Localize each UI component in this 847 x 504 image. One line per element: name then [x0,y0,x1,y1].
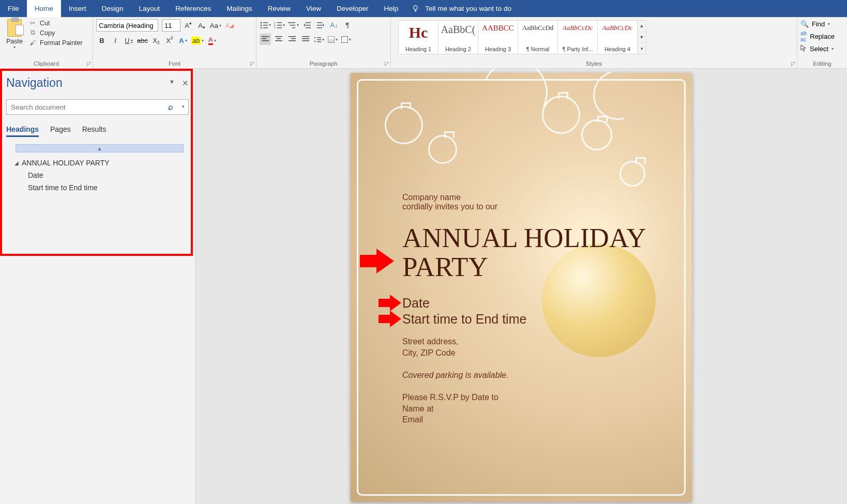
tab-file[interactable]: File [0,0,27,17]
tab-developer[interactable]: Developer [329,0,376,17]
svg-rect-17 [306,25,311,26]
search-input[interactable] [6,99,189,115]
nav-heading-child[interactable]: Start time to End time [6,181,189,194]
style-tile[interactable]: HcHeading 1 [398,20,438,54]
ornament-icon [542,96,580,134]
tab-layout[interactable]: Layout [131,0,168,17]
tab-references[interactable]: References [168,0,219,17]
paintbrush-icon: 🖌 [29,39,37,47]
tell-me[interactable]: Tell me what you want to do [411,0,511,17]
style-tile[interactable]: AaBbCcDcHeading 4 [597,20,638,54]
italic-button[interactable]: I [110,35,121,46]
doc-rsvp-line[interactable]: Name at [402,403,692,415]
navigation-dropdown-icon[interactable]: ▼ [169,79,175,88]
document-canvas[interactable]: Company name cordially invites you to ou… [195,69,847,504]
change-case-button[interactable]: Aa▾ [209,20,222,31]
nav-tab-pages[interactable]: Pages [50,125,71,137]
search-icon[interactable]: ⌕ [168,102,173,112]
bullets-button[interactable]: ▾ [260,19,271,30]
strikethrough-button[interactable]: abc [137,35,148,46]
style-tile[interactable]: AaBbCcDc¶ Party Inf... [557,20,598,54]
underline-button[interactable]: U▾ [123,35,134,46]
styles-down-button[interactable]: ▼ [638,32,646,43]
multilevel-list-button[interactable]: ▾ [288,19,299,30]
doc-invite-line[interactable]: cordially invites you to our [402,202,692,211]
tab-insert[interactable]: Insert [61,0,94,17]
doc-heading1[interactable]: ANNUAL HOLIDAY PARTY [402,224,692,281]
numbering-button[interactable]: 123▾ [274,19,285,30]
search-options-dropdown[interactable]: ▾ [182,104,185,109]
tab-mailings[interactable]: Mailings [219,0,260,17]
tab-design[interactable]: Design [94,0,131,17]
font-color-button[interactable]: A▾ [206,35,218,46]
sort-button[interactable]: A↓ [328,19,340,30]
tab-review[interactable]: Review [260,0,298,17]
styles-more-button[interactable]: ▾ [638,43,646,54]
select-button[interactable]: Select ▾ [800,44,835,53]
copy-button[interactable]: ⧉ Copy [29,29,83,37]
justify-button[interactable] [300,34,311,45]
find-button[interactable]: 🔍 Find ▾ [800,20,835,28]
align-right-button[interactable] [286,34,298,45]
style-tile[interactable]: AaBbC(Heading 2 [438,20,478,54]
tab-help[interactable]: Help [376,0,406,17]
replace-button[interactable]: abac Replace [800,30,835,42]
highlight-button[interactable]: ab▾ [191,35,204,46]
paste-button[interactable]: Paste ▾ [3,19,26,50]
style-name: Heading 4 [604,46,630,52]
svg-rect-10 [277,25,282,26]
clipboard-launcher[interactable]: ◸ [87,60,91,67]
nav-tab-results[interactable]: Results [82,125,107,137]
bold-button[interactable]: B [96,35,108,46]
shrink-font-button[interactable]: A▾ [196,20,207,31]
tab-view[interactable]: View [298,0,329,17]
doc-parking-line[interactable]: Covered parking is available. [402,370,692,381]
style-tile[interactable]: AaBbCcDd¶ Normal [518,20,558,54]
svg-rect-29 [291,38,296,39]
document-page[interactable]: Company name cordially invites you to ou… [351,73,692,502]
align-center-button[interactable] [273,34,284,45]
doc-rsvp-line[interactable]: Email [402,414,692,425]
doc-address-line[interactable]: City, ZIP Code [402,347,692,359]
annotation-arrow [379,295,404,311]
decrease-indent-button[interactable] [301,19,313,30]
align-left-button[interactable] [260,34,271,45]
show-marks-button[interactable]: ¶ [342,19,353,30]
nav-heading-child[interactable]: Date [6,169,189,181]
svg-rect-36 [317,41,321,42]
cut-button[interactable]: ✂ Cut [29,19,83,27]
nav-tab-headings[interactable]: Headings [6,125,39,137]
grow-font-button[interactable]: A▴ [183,20,194,31]
borders-button[interactable]: ▾ [340,34,352,45]
subscript-button[interactable]: X2 [150,35,162,46]
navigation-collapse-bar[interactable]: ▲ [16,144,184,152]
superscript-button[interactable]: X2 [164,35,175,46]
doc-heading2-time[interactable]: Start time to End time [402,312,692,327]
font-name-combo[interactable] [96,19,158,32]
font-size-combo[interactable] [162,19,180,32]
clear-formatting-button[interactable]: A◢ [224,20,235,31]
style-sample: AaBbCcDc [563,24,593,32]
shading-button[interactable]: ▾ [327,34,338,45]
doc-company-name[interactable]: Company name [402,193,692,202]
svg-rect-35 [317,39,321,40]
doc-heading2-date[interactable]: Date [402,296,692,311]
document-content[interactable]: Company name cordially invites you to ou… [402,193,692,425]
tab-home[interactable]: Home [27,0,61,17]
nav-heading-root[interactable]: ◢ ANNUAL HOLIDAY PARTY [6,157,189,169]
styles-up-button[interactable]: ▲ [638,21,646,32]
styles-launcher[interactable]: ◸ [791,60,795,67]
svg-rect-13 [288,22,295,23]
navigation-close-icon[interactable]: ✕ [182,79,189,88]
doc-rsvp-line[interactable]: Please R.S.V.P by Date to [402,392,692,403]
font-launcher[interactable]: ◸ [250,60,254,67]
paragraph-launcher[interactable]: ◸ [385,60,389,67]
format-painter-button[interactable]: 🖌 Format Painter [29,39,83,47]
styles-gallery: HcHeading 1AaBbC(Heading 2AABBCCHeading … [398,20,646,54]
text-effects-button[interactable]: A▾ [177,35,189,46]
doc-address-line[interactable]: Street address, [402,336,692,347]
style-sample: AABBCC [482,24,514,33]
style-tile[interactable]: AABBCCHeading 3 [478,20,518,54]
increase-indent-button[interactable] [315,19,326,30]
line-spacing-button[interactable]: ▾ [313,34,325,45]
